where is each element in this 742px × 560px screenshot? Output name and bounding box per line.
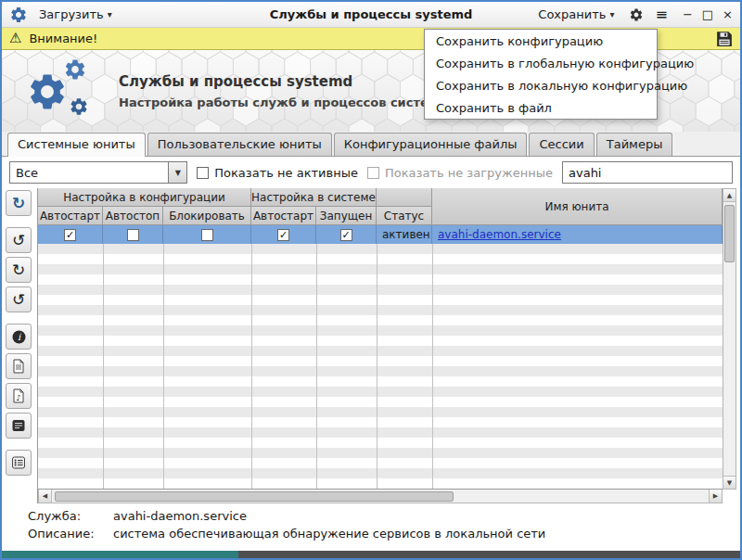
unit-name-link[interactable]: avahi-daemon.service: [438, 228, 561, 241]
warning-icon: ⚠: [9, 32, 21, 45]
minimize-button[interactable]: −: [683, 8, 693, 20]
header-subtitle: Настройка работы служб и процессов систе…: [119, 95, 449, 109]
autostart-config-checkbox[interactable]: ✓: [64, 229, 76, 241]
maximize-button[interactable]: □: [702, 8, 713, 20]
file-icon: [11, 359, 26, 374]
refresh-units-button[interactable]: ↻: [6, 190, 32, 216]
description-label: Описание:: [28, 527, 113, 541]
group-header-system: Настройка в системе: [251, 188, 377, 207]
chevron-down-icon: ▾: [609, 9, 614, 19]
main-area: ↻ ↺ ↻ ↺ i ♪ Настройка в конфигур: [2, 188, 740, 503]
column-header-autostart-config[interactable]: Автостарт: [38, 207, 103, 225]
status-progress-bar: [2, 551, 740, 558]
block-checkbox[interactable]: [201, 229, 213, 241]
undo-icon: ↺: [12, 290, 25, 309]
unit-filter-value: Все: [10, 166, 168, 180]
progress-fill: [2, 551, 238, 558]
combo-arrow-icon: ▼: [168, 162, 186, 183]
load-button[interactable]: Загрузить ▾: [35, 6, 116, 23]
hamburger-menu-button[interactable]: ≡: [655, 6, 667, 23]
tab-system-units[interactable]: Системные юниты: [7, 133, 146, 157]
unit-log-button[interactable]: [6, 413, 32, 439]
table-header: Настройка в конфигурации Настройка в сис…: [38, 188, 723, 225]
search-input[interactable]: [562, 161, 733, 184]
restore-state-button[interactable]: ↺: [6, 227, 32, 253]
column-header-block[interactable]: Блокировать: [163, 207, 251, 225]
column-header-autostop[interactable]: Автостоп: [103, 207, 163, 225]
group-header-config: Настройка в конфигурации: [38, 188, 251, 207]
column-header-running[interactable]: Запущен: [316, 207, 377, 225]
hscroll-thumb[interactable]: [55, 491, 454, 502]
service-label: Служба:: [28, 509, 113, 523]
warning-label: Внимание!: [29, 32, 97, 45]
save-button-label: Сохранить: [538, 7, 606, 21]
unit-details: Служба: avahi-daemon.service Описание: с…: [2, 503, 740, 551]
file-note-icon: ♪: [11, 388, 26, 403]
save-dropdown-menu: Сохранить конфигурацию Сохранить в глоба…: [424, 29, 658, 120]
show-inactive-label: Показать не активные: [214, 166, 358, 180]
gears-logo-icon: [26, 57, 98, 124]
column-header-unit-name[interactable]: Имя юнита: [432, 188, 723, 225]
column-header-autostart-system[interactable]: Автостарт: [251, 207, 316, 225]
close-button[interactable]: ×: [723, 8, 733, 20]
scroll-up-icon[interactable]: ▲: [723, 189, 736, 202]
scroll-left-icon[interactable]: ◀: [39, 490, 52, 503]
list-icon: [11, 455, 26, 470]
running-checkbox[interactable]: ✓: [340, 229, 352, 241]
table-body: ✓ ✓ ✓ активен avahi-daemon.service: [38, 225, 723, 490]
show-unloaded-checkbox[interactable]: [367, 167, 379, 179]
header-title: Службы и процессы systemd: [119, 73, 449, 90]
info-icon: i: [11, 329, 27, 345]
redo-icon: ↻: [12, 261, 25, 279]
unit-file-button[interactable]: [6, 353, 32, 379]
scroll-down-icon[interactable]: ▼: [723, 476, 736, 489]
autostart-system-checkbox[interactable]: ✓: [277, 229, 289, 241]
tab-config-files[interactable]: Конфигурационные файлы: [334, 133, 528, 156]
vertical-scrollbar[interactable]: ▲ ▼: [723, 188, 736, 490]
undo-button[interactable]: ↺: [6, 286, 32, 312]
unit-list-button[interactable]: [6, 450, 32, 476]
app-window: Загрузить ▾ Службы и процессы systemd Со…: [0, 0, 742, 560]
column-header-status[interactable]: Статус: [377, 207, 432, 225]
menu-item-save-global-config[interactable]: Сохранить в глобальную конфигурацию: [425, 52, 657, 74]
menu-item-save-config[interactable]: Сохранить конфигурацию: [425, 30, 657, 52]
status-cell: активен: [377, 225, 432, 244]
history-icon: ↺: [12, 231, 25, 249]
horizontal-scrollbar[interactable]: ◀ ▶: [38, 490, 723, 503]
redo-button[interactable]: ↻: [6, 257, 32, 283]
window-title: Службы и процессы systemd: [270, 7, 473, 21]
tab-user-units[interactable]: Пользовательские юниты: [147, 133, 332, 156]
unit-journal-button[interactable]: ♪: [6, 383, 32, 409]
menu-item-save-local-config[interactable]: Сохранить в локальную конфигурацию: [425, 74, 657, 96]
menu-item-save-to-file[interactable]: Сохранить в файл: [425, 96, 657, 119]
load-button-label: Загрузить: [39, 7, 104, 21]
chevron-down-icon: ▾: [108, 9, 112, 19]
table-row[interactable]: ✓ ✓ ✓ активен avahi-daemon.service: [38, 225, 723, 244]
settings-gear-button[interactable]: [629, 7, 644, 22]
refresh-icon: ↻: [12, 194, 25, 212]
titlebar: Загрузить ▾ Службы и процессы systemd Со…: [2, 2, 740, 28]
scroll-right-icon[interactable]: ▶: [709, 490, 722, 503]
tab-timers[interactable]: Таймеры: [596, 133, 673, 156]
show-inactive-checkbox[interactable]: [197, 167, 209, 179]
side-toolbar: ↻ ↺ ↻ ↺ i ♪: [6, 188, 35, 503]
service-value: avahi-daemon.service: [113, 509, 247, 523]
unit-info-button[interactable]: i: [6, 324, 32, 350]
save-button[interactable]: Сохранить ▾: [534, 6, 618, 23]
autostop-checkbox[interactable]: [127, 229, 139, 241]
vscroll-thumb[interactable]: [724, 205, 735, 262]
empty-rows-stripes: [38, 244, 723, 489]
save-file-icon-button[interactable]: [716, 31, 733, 47]
tab-bar: Системные юниты Пользовательские юниты К…: [2, 132, 740, 157]
unit-filter-select[interactable]: Все ▼: [9, 161, 187, 184]
app-gear-logo-icon: [9, 6, 28, 24]
filter-bar: Все ▼ Показать не активные Показать не з…: [2, 157, 740, 188]
console-icon: [11, 418, 26, 433]
tab-sessions[interactable]: Сессии: [529, 133, 594, 156]
description-value: система обеспечивающая обнаружение серви…: [113, 527, 545, 541]
units-table: Настройка в конфигурации Настройка в сис…: [37, 188, 736, 503]
show-unloaded-label: Показать не загруженные: [385, 166, 553, 180]
group-header-empty: [377, 188, 432, 207]
svg-text:♪: ♪: [16, 393, 20, 402]
